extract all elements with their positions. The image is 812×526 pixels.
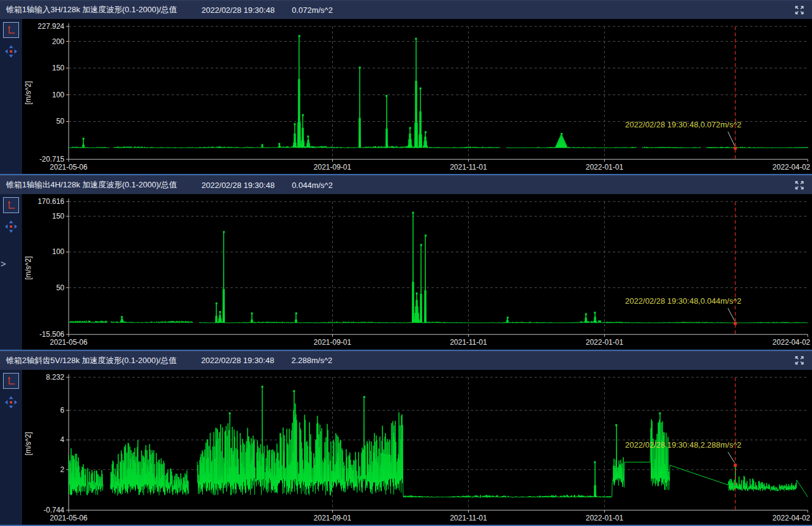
cursor-marker[interactable] <box>734 464 737 467</box>
panel-titlebar: 锥箱1轴输出4H/128k 加速度波形(0.1-2000)/总值 2022/02… <box>0 175 812 194</box>
trend-panel-2: 锥箱1轴输出4H/128k 加速度波形(0.1-2000)/总值 2022/02… <box>0 175 812 350</box>
peak-marker <box>83 138 85 140</box>
panel-body: 227.92450100150200-20.7152021-05-062021-… <box>0 19 812 175</box>
x-tick-label: 2022-04-02 <box>773 163 811 171</box>
expand-icon <box>794 355 805 366</box>
peak-marker <box>412 212 414 214</box>
x-tick-label: 2021-05-06 <box>50 163 88 171</box>
peak-marker <box>615 424 617 426</box>
chart-area: 227.92450100150200-20.7152021-05-062021-… <box>22 19 812 174</box>
peak-marker <box>425 235 427 236</box>
panel-value: 2.288m/s^2 <box>291 356 332 365</box>
peak-marker <box>385 95 387 97</box>
peak-marker <box>416 293 418 295</box>
y-tick-label: 150 <box>52 64 64 72</box>
y-tick-label: -20.715 <box>39 155 64 163</box>
single-axis-button[interactable] <box>3 373 19 389</box>
y-tick-label: 150 <box>52 212 64 220</box>
x-tick-label: 2021-09-01 <box>314 514 352 522</box>
panel-timestamp: 2022/02/28 19:30:48 <box>202 181 275 190</box>
pan-move-button[interactable] <box>4 219 18 234</box>
x-tick-label: 2022-01-01 <box>586 163 624 171</box>
annotation-pointer <box>728 309 735 321</box>
y-axis-unit-label: [m/s^2] <box>24 81 32 105</box>
waveform-trace <box>706 147 808 148</box>
y-tick-label: 100 <box>52 91 64 99</box>
peak-marker <box>293 390 295 392</box>
panel-title: 锥箱1轴输入3H/128k 加速度波形(0.1-2000)/总值 <box>6 4 177 15</box>
expand-button[interactable] <box>792 354 806 367</box>
x-tick-label: 2021-11-01 <box>450 163 487 171</box>
peak-marker <box>298 35 300 37</box>
peak-marker <box>294 123 296 125</box>
annotation-pointer <box>728 132 735 146</box>
panel-body: 8.232246-0.7442021-05-062021-09-012021-1… <box>0 370 812 526</box>
panel-timestamp: 2022/02/28 19:30:48 <box>202 6 275 15</box>
y-tick-label: 8.232 <box>46 373 64 381</box>
pan-move-button[interactable] <box>4 395 18 410</box>
waveform-trace <box>642 147 701 148</box>
trend-chart-canvas[interactable]: 8.232246-0.7442021-05-062021-09-012021-1… <box>22 370 812 525</box>
trend-panel-1: 锥箱1轴输入3H/128k 加速度波形(0.1-2000)/总值 2022/02… <box>0 0 812 175</box>
panel-title: 锥箱2轴斜齿5V/128k 加速度波形(0.1-2000)/总值 <box>6 355 176 366</box>
single-axis-icon <box>6 200 16 210</box>
y-tick-label: 6 <box>60 406 64 415</box>
pan-move-button[interactable] <box>4 44 18 59</box>
single-axis-icon <box>6 25 16 35</box>
y-tick-label: 200 <box>52 37 64 46</box>
cursor-annotation: 2022/02/28 19:30:48,2.288m/s^2 <box>625 440 742 449</box>
x-tick-label: 2021-09-01 <box>314 163 352 171</box>
peak-marker <box>223 231 225 233</box>
chart-toolbar-rail <box>0 370 22 525</box>
x-tick-label: 2021-11-01 <box>450 338 487 347</box>
peak-marker <box>585 314 587 315</box>
chart-area: 8.232246-0.7442021-05-062021-09-012021-1… <box>22 370 812 525</box>
x-tick-label: 2021-09-01 <box>314 338 352 347</box>
panel-body: 170.61650100150-15.5062021-05-062021-09-… <box>0 194 812 350</box>
cursor-marker[interactable] <box>734 147 737 150</box>
pan-move-icon <box>4 220 18 233</box>
trend-chart-canvas[interactable]: 170.61650100150-15.5062021-05-062021-09-… <box>22 194 812 349</box>
trend-chart-canvas[interactable]: 227.92450100150200-20.7152021-05-062021-… <box>22 19 812 174</box>
peak-marker <box>121 316 123 318</box>
peak-marker <box>229 412 230 414</box>
panel-value: 0.044m/s^2 <box>292 181 333 190</box>
peak-marker <box>216 302 218 304</box>
waveform-trace <box>199 213 808 323</box>
peak-marker <box>594 312 596 314</box>
y-tick-label: 2 <box>60 465 64 474</box>
expand-panel-chevron[interactable]: > <box>1 259 6 269</box>
cursor-annotation: 2022/02/28 19:30:48,0.072m/s^2 <box>625 120 742 129</box>
peak-marker <box>659 412 661 414</box>
y-tick-label: 170.616 <box>38 197 65 206</box>
chart-toolbar-rail <box>0 19 22 174</box>
y-tick-label: 227.924 <box>38 22 65 31</box>
single-axis-button[interactable] <box>3 197 19 213</box>
x-tick-label: 2021-05-06 <box>50 338 88 347</box>
x-tick-label: 2022-04-02 <box>773 514 811 522</box>
expand-button[interactable] <box>792 3 806 17</box>
peak-marker <box>359 67 361 69</box>
y-tick-label: 50 <box>56 284 65 292</box>
peak-marker <box>420 88 422 89</box>
x-tick-label: 2022-04-02 <box>773 338 811 347</box>
panel-value: 0.072m/s^2 <box>292 6 333 15</box>
expand-button[interactable] <box>792 178 806 192</box>
peak-marker <box>251 313 253 315</box>
expand-icon <box>794 5 805 15</box>
peak-marker <box>307 135 309 137</box>
peak-marker <box>262 144 264 146</box>
waveform-trace <box>69 138 110 148</box>
peak-marker <box>415 38 417 40</box>
expand-icon <box>794 180 805 190</box>
y-axis-unit-label: [m/s^2] <box>24 432 32 455</box>
peak-marker <box>219 311 221 313</box>
x-tick-label: 2021-11-01 <box>450 514 487 522</box>
single-axis-button[interactable] <box>3 22 19 38</box>
peak-marker <box>295 313 297 315</box>
waveform-trace <box>69 321 107 323</box>
cursor-marker[interactable] <box>734 322 737 325</box>
y-tick-label: -0.744 <box>44 506 64 514</box>
waveform-trace <box>110 440 189 495</box>
y-tick-label: 100 <box>52 248 64 257</box>
